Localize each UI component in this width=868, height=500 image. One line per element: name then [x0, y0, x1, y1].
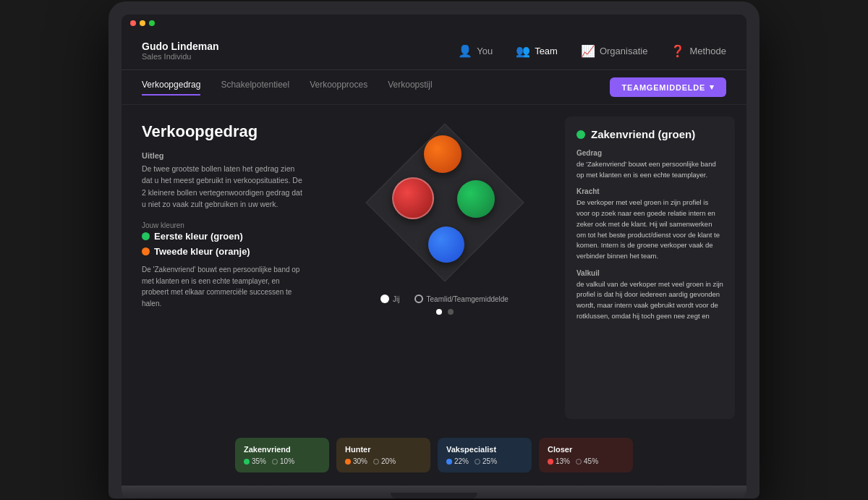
diamond-chart — [362, 119, 528, 286]
center-panel: Jij Teamlid/Teamgemiddelde — [324, 105, 565, 431]
laptop-base — [122, 486, 746, 499]
card-stats: 30% 20% — [345, 457, 422, 465]
card-stat-1: 35% — [244, 457, 266, 465]
card-stat-1: 30% — [345, 457, 367, 465]
tweede-kleur-item: Tweede kleur (oranje) — [142, 246, 304, 257]
right-title-text: Zakenvriend (groen) — [591, 128, 695, 140]
jij-label: Jij — [393, 295, 399, 303]
stat-dot-1 — [548, 459, 553, 465]
uitleg-text: De twee grootste bollen laten het gedrag… — [142, 163, 304, 210]
team-label: Team — [535, 46, 558, 56]
card-stat-2: 20% — [373, 457, 396, 465]
card-stat-2: 45% — [576, 457, 598, 465]
description-text: De 'Zakenvriend' bouwt een persoonlijke … — [142, 264, 304, 309]
jij-circle — [380, 295, 389, 303]
stat-label-2: 45% — [584, 457, 598, 465]
card-title: Vakspecialist — [446, 445, 523, 454]
nav-tab-team[interactable]: 👥 Team — [516, 44, 558, 58]
stat-label-1: 30% — [353, 457, 367, 465]
you-label: You — [477, 46, 493, 56]
card-stat-1: 13% — [548, 457, 570, 465]
left-panel: Verkoopgedrag Uitleg De twee grootste bo… — [122, 105, 324, 431]
stat-label-1: 13% — [556, 457, 570, 465]
stat-dot-1 — [244, 459, 250, 465]
nav-tab-you[interactable]: 👤 You — [458, 44, 493, 58]
card-stat-2: 25% — [475, 457, 497, 465]
stat-dot-2 — [272, 459, 278, 465]
ball-blue — [428, 226, 464, 263]
orange-dot — [142, 247, 150, 255]
sub-tab-verkoopproces[interactable]: Verkoopproces — [310, 80, 367, 96]
sub-nav: Verkoopgedrag Schakelpotentieel Verkoopp… — [122, 70, 746, 105]
card-stats: 13% 45% — [548, 457, 624, 465]
valkuil-text: de valkuil van de verkoper met veel groe… — [576, 279, 723, 322]
dropdown-label: TEAMGEMIDDELDE — [621, 83, 705, 92]
stat-label-1: 22% — [454, 457, 469, 465]
stat-dot-2 — [475, 459, 480, 465]
dot-indicators — [436, 309, 454, 315]
chart-icon: 📈 — [581, 44, 595, 58]
right-green-dot — [576, 130, 585, 139]
mac-dots-bar — [122, 14, 746, 32]
uitleg-label: Uitleg — [142, 151, 304, 160]
main-content: Verkoopgedrag Uitleg De twee grootste bo… — [122, 105, 746, 431]
card-closer[interactable]: Closer 13% 45% — [539, 438, 633, 473]
nav-tab-methode[interactable]: ❓ Methode — [671, 44, 726, 58]
stat-dot-1 — [446, 459, 452, 465]
right-panel: Zakenvriend (groen) Gedrag de 'Zakenvrie… — [565, 116, 735, 419]
sub-tab-verkoopstijl[interactable]: Verkoopstijl — [388, 80, 432, 96]
legend-teamlid: Teamlid/Teamgemiddelde — [414, 295, 509, 303]
nav-tab-organisatie[interactable]: 📈 Organisatie — [581, 44, 647, 58]
mac-minimize-dot — [140, 20, 145, 26]
kracht-label: Kracht — [576, 187, 723, 195]
dot-2[interactable] — [448, 309, 454, 315]
ball-green — [457, 180, 495, 218]
top-bar: Gudo Lindeman Sales Individu 👤 You 👥 Tea… — [122, 32, 746, 70]
card-hunter[interactable]: Hunter 30% 20% — [336, 438, 430, 473]
card-title: Hunter — [345, 445, 422, 454]
jouw-kleuren-label: Jouw kleuren — [142, 221, 304, 229]
ball-orange — [424, 135, 461, 173]
legend-row: Jij Teamlid/Teamgemiddelde — [380, 295, 509, 303]
green-dot — [142, 232, 150, 240]
stat-dot-2 — [576, 459, 582, 465]
eerste-kleur-item: Eerste kleur (groen) — [142, 231, 304, 242]
teamlid-label: Teamlid/Teamgemiddelde — [427, 295, 509, 303]
stat-label-1: 35% — [252, 457, 266, 465]
stat-label-2: 20% — [381, 457, 396, 465]
page-title: Verkoopgedrag — [142, 122, 304, 141]
laptop-screen: Gudo Lindeman Sales Individu 👤 You 👥 Tea… — [122, 14, 746, 486]
mac-expand-dot — [149, 20, 155, 26]
stat-dot-1 — [345, 459, 351, 465]
dot-1[interactable] — [436, 309, 442, 315]
organisatie-label: Organisatie — [600, 46, 647, 56]
tweede-kleur-label: Tweede kleur (oranje) — [154, 246, 250, 257]
gedrag-label: Gedrag — [576, 149, 723, 157]
gedrag-text: de 'Zakenvriend' bouwt een persoonlijke … — [576, 159, 723, 180]
methode-label: Methode — [689, 46, 726, 56]
card-zakenvriend[interactable]: Zakenvriend 35% 10% — [235, 438, 329, 473]
stat-label-2: 10% — [280, 457, 294, 465]
card-stat-1: 22% — [446, 457, 469, 465]
card-vakspecialist[interactable]: Vakspecialist 22% 25% — [438, 438, 532, 473]
sub-tab-schakel[interactable]: Schakelpotentieel — [221, 80, 289, 96]
stat-dot-2 — [373, 459, 379, 465]
user-name: Gudo Lindeman — [142, 41, 219, 52]
legend-jij: Jij — [380, 295, 399, 303]
card-title: Zakenvriend — [244, 445, 320, 454]
card-stat-2: 10% — [272, 457, 294, 465]
user-role: Sales Individu — [142, 52, 219, 61]
main-nav: 👤 You 👥 Team 📈 Organisatie ❓ Methode — [458, 44, 726, 58]
teamlid-circle — [414, 295, 423, 303]
team-icon: 👥 — [516, 44, 530, 58]
sub-tab-verkoopgedrag[interactable]: Verkoopgedrag — [142, 80, 200, 96]
card-title: Closer — [548, 445, 624, 454]
laptop-frame: Gudo Lindeman Sales Individu 👤 You 👥 Tea… — [109, 1, 760, 499]
teamgemiddelde-dropdown[interactable]: TEAMGEMIDDELDE ▾ — [610, 77, 726, 97]
chevron-down-icon: ▾ — [710, 82, 715, 92]
kracht-text: De verkoper met veel groen in zijn profi… — [576, 198, 723, 261]
bottom-cards: Zakenvriend 35% 10% Hunter 30% — [122, 431, 746, 486]
card-stats: 35% 10% — [244, 457, 320, 465]
right-title: Zakenvriend (groen) — [576, 128, 723, 140]
ball-red — [392, 177, 434, 219]
